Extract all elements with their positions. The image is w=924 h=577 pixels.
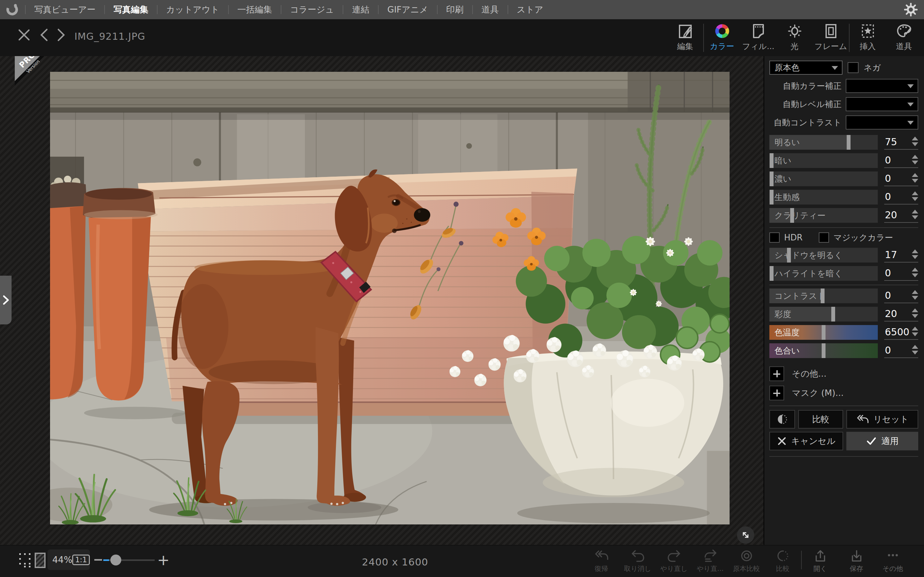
mask-button[interactable]: マスク (M)... <box>769 386 918 400</box>
menu-tools[interactable]: 道具 <box>473 4 507 15</box>
tab-edit[interactable]: 編集 <box>667 22 703 52</box>
nega-checkbox[interactable] <box>848 62 859 73</box>
apply-button[interactable]: 適用 <box>846 432 918 450</box>
menu-photo-viewer[interactable]: 写真ビューアー <box>26 4 104 15</box>
magic-color-checkbox[interactable] <box>819 232 829 243</box>
action-undo[interactable]: 取り消し <box>620 549 656 573</box>
grid-toggle-icon[interactable] <box>19 553 32 568</box>
menu-photo-editor[interactable]: 写真編集 <box>105 4 157 15</box>
actual-size-button[interactable]: 1:1 <box>72 554 90 565</box>
slider-handle[interactable] <box>770 153 774 168</box>
stepper[interactable] <box>912 155 918 164</box>
action-redo[interactable]: やり直し <box>656 549 692 573</box>
tab-light[interactable]: 光 <box>776 22 813 52</box>
fit-resize-button[interactable] <box>737 526 754 544</box>
slider-value[interactable]: 20 <box>885 308 897 319</box>
action-open[interactable]: 開く <box>802 549 838 573</box>
stepper[interactable] <box>912 268 918 277</box>
menu-store[interactable]: ストア <box>508 4 552 15</box>
slider-handle[interactable] <box>821 288 825 303</box>
slider-handle[interactable] <box>770 266 774 281</box>
slider-handle[interactable] <box>787 248 791 263</box>
zoom-percent[interactable]: 44% <box>52 554 72 565</box>
slider-handle[interactable] <box>770 190 774 205</box>
next-photo-icon[interactable] <box>57 28 65 42</box>
slider-track[interactable]: 明るい <box>769 135 878 150</box>
action-restore[interactable]: 復帰 <box>583 549 620 573</box>
slider-value[interactable]: 6500 <box>885 326 909 338</box>
slider-track[interactable]: クラリティー <box>769 208 878 223</box>
prev-photo-icon[interactable] <box>40 28 48 42</box>
slider-track[interactable]: 生動感 <box>769 190 878 205</box>
stepper[interactable] <box>912 327 918 336</box>
stepper[interactable] <box>912 137 918 146</box>
slider-value[interactable]: 20 <box>885 210 897 221</box>
action-compare[interactable]: 比較 <box>764 549 801 573</box>
stepper[interactable] <box>912 308 918 318</box>
menu-cutout[interactable]: カットアウト <box>158 4 228 15</box>
slider-track[interactable]: コントラスト <box>769 288 878 303</box>
cancel-button[interactable]: キャンセル <box>769 432 843 450</box>
menu-collage[interactable]: コラージュ <box>281 4 343 15</box>
tab-insert[interactable]: 挿入 <box>850 22 886 52</box>
slider-track[interactable]: ハイライトを暗く <box>769 266 878 281</box>
zoom-in-button[interactable]: + <box>157 551 170 569</box>
slider-handle[interactable] <box>770 171 774 186</box>
photo[interactable] <box>50 72 730 524</box>
slider-track[interactable]: 暗い <box>769 153 878 168</box>
stepper[interactable] <box>912 191 918 201</box>
action-redo-all[interactable]: やり直... <box>692 549 728 573</box>
menu-combine[interactable]: 連結 <box>343 4 378 15</box>
zoom-slider-knob[interactable] <box>110 554 121 566</box>
action-original-compare[interactable]: 原本比較 <box>728 549 764 573</box>
close-icon[interactable] <box>17 28 31 42</box>
action-more[interactable]: その他 <box>875 549 911 573</box>
slider-value[interactable]: 0 <box>885 155 891 166</box>
menu-print[interactable]: 印刷 <box>438 4 472 15</box>
slider-value[interactable]: 0 <box>885 191 891 202</box>
slider-track[interactable]: 色温度 <box>769 325 878 340</box>
slider-track[interactable]: 彩度 <box>769 307 878 322</box>
slider-value[interactable]: 0 <box>885 345 891 356</box>
stepper[interactable] <box>912 290 918 300</box>
auto-contrast-select[interactable] <box>846 115 918 129</box>
auto-level-select[interactable] <box>846 97 918 111</box>
action-save[interactable]: 保存 <box>838 549 875 573</box>
compare-button[interactable]: 比較 <box>798 410 843 429</box>
slider-track[interactable]: 色合い <box>769 343 878 358</box>
tab-color[interactable]: カラー <box>704 22 740 52</box>
app-logo-icon[interactable] <box>5 3 19 17</box>
slider-value[interactable]: 0 <box>885 173 891 184</box>
left-panel-expander[interactable] <box>0 276 11 324</box>
stepper[interactable] <box>912 345 918 355</box>
menu-batch[interactable]: 一括編集 <box>229 4 281 15</box>
slider-value[interactable]: 0 <box>885 268 891 279</box>
slider-value[interactable]: 75 <box>885 136 897 147</box>
more-options-button[interactable]: その他... <box>769 366 918 381</box>
preset-select[interactable]: 原本色 <box>769 61 843 75</box>
stepper[interactable] <box>912 173 918 183</box>
tab-tools[interactable]: 道具 <box>886 22 922 52</box>
slider-track[interactable]: 濃い <box>769 171 878 186</box>
zoom-out-button[interactable] <box>94 559 102 561</box>
slider-handle[interactable] <box>822 343 825 358</box>
stepper[interactable] <box>912 250 918 259</box>
split-compare-button[interactable] <box>769 410 795 429</box>
menu-gif[interactable]: GIFアニメ <box>379 4 437 15</box>
zoom-slider[interactable] <box>103 559 155 561</box>
slider-value[interactable]: 17 <box>885 249 897 260</box>
reset-button[interactable]: リセット <box>846 410 918 429</box>
stepper[interactable] <box>912 210 918 219</box>
slider-handle[interactable] <box>822 325 825 340</box>
slider-handle[interactable] <box>831 307 835 322</box>
slider-handle[interactable] <box>790 208 794 223</box>
tab-film[interactable]: フィル... <box>740 22 776 52</box>
slider-value[interactable]: 0 <box>885 290 891 301</box>
hdr-checkbox[interactable] <box>769 232 780 243</box>
slider-handle[interactable] <box>846 135 851 150</box>
slider-track[interactable]: シャドウを明るく <box>769 248 878 263</box>
settings-gear-icon[interactable] <box>904 3 918 16</box>
auto-color-select[interactable] <box>846 79 918 93</box>
tab-frame[interactable]: フレーム <box>813 22 849 52</box>
background-pattern-icon[interactable] <box>35 553 45 568</box>
